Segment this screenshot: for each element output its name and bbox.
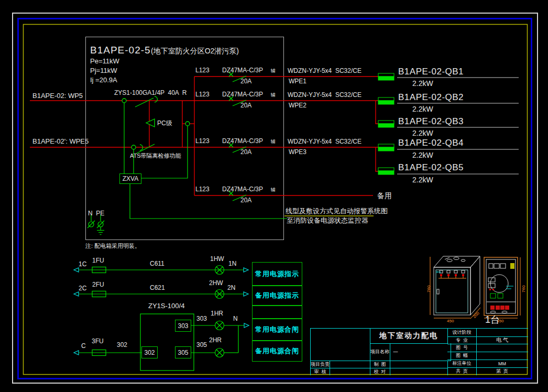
main-source-label: B1APE-02: WP5 — [32, 92, 83, 100]
feeder3-cable: WDZN-YJY-5x4 SC32/CE — [288, 138, 361, 146]
cad-drawing-canvas: B1APE-02-5 (地下室防火分区O2潜污泵) Pe=11kW Pj=11k… — [0, 0, 548, 392]
feeder2-rating: 20A — [240, 102, 251, 110]
ctrl3-fuse: 3FU — [92, 338, 104, 345]
mounting-note: 注: 配电箱采用明装。 — [85, 243, 140, 249]
load-qb1-power: 2.2kW — [412, 79, 433, 88]
ctrl2-wire: C621 — [150, 285, 165, 292]
ctrl2-lamp: 2HW — [209, 280, 223, 287]
dim-front-height: 760 — [521, 286, 526, 292]
pages-label: 共 页 — [447, 367, 477, 375]
project-lead-value — [330, 361, 370, 368]
zxva-meter-box: ZXVA — [119, 173, 141, 184]
ats-model-label: ZYS1-100GA1/4P 40A R — [114, 90, 187, 97]
indicator-normal-close: 常用电源合闸 — [252, 318, 302, 341]
zxva-wiring — [124, 103, 287, 219]
pc-grade-triangle-icon — [146, 119, 155, 127]
ats-note-label: ATS带隔离检修功能 — [130, 153, 181, 159]
alarm-note-line1: 线型及敷设方式见自动报警系统图 — [286, 208, 388, 215]
project-name-label: 项目名称 — [370, 343, 390, 361]
unit-label: 标注单位 — [447, 360, 477, 368]
wire-303: 303 — [196, 315, 207, 323]
load-qb2-name: B1APE-02-QB2 — [398, 92, 464, 103]
lamp-1hr: 1HR — [211, 310, 223, 318]
dim-width: 450 — [447, 319, 454, 323]
indicator-backup-close: 备用电源合闸 — [252, 340, 302, 362]
wire-305: 305 — [196, 342, 207, 349]
load-qb3-name: B1APE-02-QB3 — [398, 116, 464, 127]
specialty-label: 专 业 — [447, 336, 477, 344]
check-value — [390, 368, 448, 375]
feeder3-phase: L123 — [195, 138, 210, 145]
project-name-value: 一 — [390, 343, 451, 361]
ats-symbol — [122, 96, 190, 154]
terminal-303-label: 303 — [178, 322, 188, 330]
ctrl1-right: 1N — [228, 260, 236, 268]
stage-label: 设计阶段 — [447, 329, 477, 337]
load-qb4-name: B1APE-02-QB4 — [398, 138, 464, 148]
project-lead-label: 项目负责 — [311, 361, 330, 368]
draw-label: 制 图 — [370, 361, 390, 368]
feeder1-breaker: DZ47MA-C/3P — [222, 67, 263, 74]
feeder1-phase: L123 — [195, 67, 210, 74]
pc-grade-label: PC级 — [157, 120, 172, 127]
cabinet-front-view — [484, 257, 520, 318]
page-value: 第 页 — [476, 367, 528, 375]
dwg-size-value — [476, 352, 528, 360]
feeder3-circuit: WPE3 — [289, 149, 306, 156]
feeder2-phase: L123 — [195, 91, 210, 99]
n-pe-ground-symbol — [87, 215, 104, 235]
terminal-302: 302 — [141, 346, 158, 358]
feeder1-rating: 20A — [240, 78, 251, 85]
terminal-305: 305 — [175, 346, 191, 358]
feeder3-rating: 20A — [240, 149, 251, 156]
feeder1-aux: 辅 — [271, 68, 276, 73]
check-label: 校 对 — [370, 368, 390, 375]
cabinet-qty: 1台 — [485, 314, 500, 325]
neutral-label: N — [233, 315, 238, 323]
ctrl1-fuse: 1FU — [92, 257, 104, 265]
panel-ij: Ij =20.9A — [90, 77, 117, 84]
backup-source-label: B1APE-02': WPE5 — [32, 138, 89, 146]
feeder1-cable: WDZN-YJY-5x4 SC32/CE — [288, 68, 361, 75]
ctrl1-lamp: 1HW — [210, 256, 224, 263]
terminal-302-label: 302 — [144, 349, 155, 356]
indicator-normal-power: 常用电源指示 — [252, 262, 302, 286]
feeder1-circuit: WPE1 — [289, 78, 306, 85]
alarm-note-line2: 至消防设备电源状态监控器 — [287, 217, 368, 225]
ctrl1-left: 1C — [79, 261, 86, 268]
ctrl2-right: 2N — [227, 285, 235, 292]
ctrl1-wire: C611 — [150, 260, 165, 268]
panel-name: B1APE-02-5 — [90, 45, 151, 56]
load-qb2-power: 2.2kW — [412, 105, 433, 113]
n-pe-label: N PE — [88, 210, 104, 217]
ctrl2-fuse: 2FU — [92, 281, 104, 289]
dwg-no-value — [476, 344, 528, 352]
unit-value: MM — [476, 360, 528, 368]
draw-value — [390, 361, 448, 368]
feeder4-phase: L123 — [195, 186, 210, 193]
panel-pe: Pe=11kW — [90, 58, 119, 66]
load-qb1-name: B1APE-02-QB1 — [398, 67, 464, 77]
dwg-no-label: 图 号 — [447, 344, 477, 352]
title-block: 项目负责 审 核 地下室动力配电 项目名称 一 制 图 校 对 设计阶段 专 业… — [310, 328, 528, 375]
feeder2-breaker: DZ47MA-C/3P — [222, 91, 263, 99]
review-value — [330, 368, 370, 375]
ctrl2-left: 2C — [79, 285, 86, 292]
drawing-title: 地下室动力配电 — [370, 329, 448, 344]
feeder4-rating: 20A — [240, 197, 251, 204]
panel-zone: (地下室防火分区O2潜污泵) — [151, 47, 239, 55]
load-qb5-name: B1APE-02-QB5 — [398, 162, 464, 173]
stage-value — [476, 329, 528, 337]
lamp-2hr: 2HR — [209, 337, 222, 344]
dwg-size-label: 图 幅 — [447, 352, 477, 360]
feeder2-cable: WDZN-YJY-5x4 SC32/CE — [288, 92, 361, 99]
specialty-value: 电 气 — [476, 336, 528, 344]
panel-pj: Pj=11kW — [90, 67, 117, 75]
feeder2-aux: 辅 — [271, 92, 276, 97]
titleblock-blank-cell — [311, 329, 370, 361]
indicator-backup-power: 备用电源指示 — [252, 285, 302, 306]
terminal-303: 303 — [175, 320, 191, 332]
review-label: 审 核 — [311, 368, 330, 375]
zxva-label: ZXVA — [123, 175, 138, 182]
indicator-empty — [252, 305, 302, 319]
